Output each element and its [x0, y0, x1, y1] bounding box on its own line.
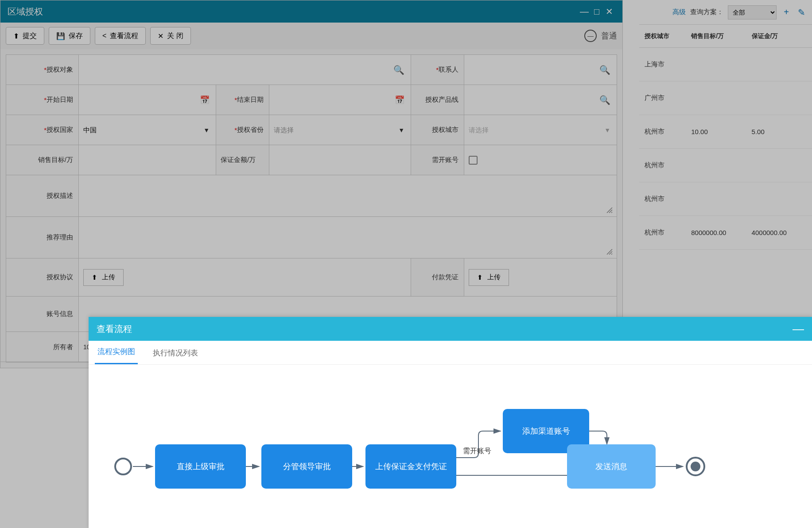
flow-branch-label: 需开账号 — [463, 447, 491, 456]
flow-node-send-message[interactable]: 发送消息 — [567, 444, 656, 489]
flow-start[interactable] — [114, 458, 132, 475]
flow-tabs: 流程实例图 执行情况列表 — [89, 341, 812, 365]
flow-end[interactable] — [686, 457, 705, 476]
tab-flow-diagram[interactable]: 流程实例图 — [95, 340, 138, 364]
modal2-title: 查看流程 — [97, 323, 132, 335]
flow-node-upload-deposit[interactable]: 上传保证金支付凭证 — [365, 444, 456, 489]
minimize-icon[interactable]: — — [793, 322, 804, 336]
flow-node-supervisor-approve[interactable]: 直接上级审批 — [155, 444, 246, 489]
modal2-titlebar[interactable]: 查看流程 — — [89, 317, 812, 341]
view-flow-modal: 查看流程 — 流程实例图 执行情况列表 直接上级审批 — [89, 317, 812, 528]
flow-node-leader-approve[interactable]: 分管领导审批 — [261, 444, 352, 489]
tab-exec-list[interactable]: 执行情况列表 — [150, 342, 201, 364]
flow-canvas[interactable]: 直接上级审批 分管领导审批 上传保证金支付凭证 添加渠道账号 发送消息 需开账号 — [89, 365, 812, 524]
